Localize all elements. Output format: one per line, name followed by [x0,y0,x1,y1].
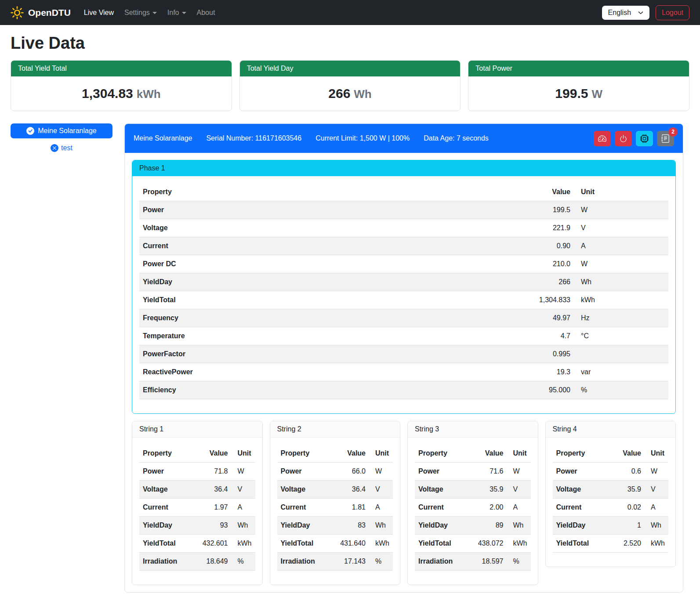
string-title: String 2 [270,421,400,438]
navbar: OpenDTU Live View Settings Info About En… [0,0,700,25]
event-count-badge: 2 [668,127,678,137]
property-cell: Irradiation [139,553,191,571]
nav-item-info[interactable]: Info [162,5,192,20]
table-row: YieldTotal2.520kWh [553,535,669,553]
brand[interactable]: OpenDTU [11,6,71,19]
value-cell: 0.02 [609,499,645,517]
column-header: Value [609,445,645,463]
language-select[interactable]: English [602,6,649,20]
column-header: Unit [507,445,531,463]
value-cell: 4.7 [399,327,574,345]
strings-row: String 1 PropertyValueUnit Power71.8WVol… [132,421,676,585]
stat-card-total-power: Total Power 199.5W [468,60,689,111]
string-body: PropertyValueUnit Power66.0WVoltage36.4V… [270,438,400,585]
property-cell: Current [277,499,329,517]
property-cell: Current [139,237,399,255]
table-row: Voltage35.9V [553,481,669,499]
unit-cell: var [574,363,668,381]
stat-value: 1,304.83 [82,86,133,101]
inverter-data-age: Data Age: 7 seconds [424,134,489,142]
limit-settings-button[interactable] [594,131,611,146]
value-cell: 438.072 [466,535,507,553]
unit-cell: kWh [574,291,668,309]
unit-cell: V [574,219,668,237]
value-cell: 36.4 [329,481,369,499]
unit-cell: A [574,237,668,255]
sun-icon [11,6,24,19]
table-row: YieldDay266Wh [139,273,668,291]
table-row: PowerFactor0.995 [139,345,668,363]
property-cell: Current [139,499,191,517]
unit-cell: Wh [645,517,668,535]
chevron-down-icon [152,12,157,14]
stat-card-body: 199.5W [468,76,689,111]
table-row: YieldDay93Wh [139,517,255,535]
phase-title: Phase 1 [132,160,675,176]
property-cell: YieldTotal [553,535,609,553]
value-cell: 266 [399,273,574,291]
speedometer-icon [598,134,606,143]
inverter-serial: Serial Number: 116171603546 [206,134,301,142]
unit-cell: % [507,553,531,571]
value-cell: 221.9 [399,219,574,237]
value-cell: 1.97 [191,499,231,517]
value-cell: 95.000 [399,381,574,399]
check-circle-icon [26,127,34,135]
table-row: YieldTotal431.640kWh [277,535,393,553]
device-info-button[interactable] [636,131,653,146]
stat-unit: Wh [354,87,371,101]
value-cell: 35.9 [466,481,507,499]
property-cell: Power [277,463,329,481]
property-cell: Voltage [139,219,399,237]
inverter-button-selected[interactable]: Meine Solaranlage [11,123,112,138]
table-row: Voltage36.4V [277,481,393,499]
table-header-row: PropertyValueUnit [277,445,393,463]
nav-item-label: About [197,9,215,17]
nav-item-label: Settings [124,9,150,17]
inverter-name: Meine Solaranlage [134,134,192,142]
column-header: Value [191,445,231,463]
property-cell: Current [415,499,466,517]
nav-item-settings[interactable]: Settings [119,5,162,20]
inverter-limit: Current Limit: 1,500 W | 100% [316,134,410,142]
property-cell: Power DC [139,255,399,273]
unit-cell: V [645,481,668,499]
column-header: Unit [574,183,668,201]
value-cell: 35.9 [609,481,645,499]
table-row: Voltage221.9V [139,219,668,237]
value-cell: 1,304.833 [399,291,574,309]
nav-item-about[interactable]: About [192,5,221,20]
table-row: Power71.8W [139,463,255,481]
power-icon [619,134,627,143]
column-header: Unit [645,445,668,463]
property-cell: ReactivePower [139,363,399,381]
language-value: English [608,9,631,17]
logout-button[interactable]: Logout [656,5,689,20]
inverter-test-label: test [61,144,73,152]
table-row: Temperature4.7°C [139,327,668,345]
unit-cell: A [232,499,255,517]
property-cell: YieldTotal [277,535,329,553]
unit-cell: kWh [507,535,531,553]
unit-cell: W [574,255,668,273]
power-button[interactable] [615,131,632,146]
phase-table: PropertyValueUnit Power199.5WVoltage221.… [139,183,668,399]
property-cell: Voltage [139,481,191,499]
table-row: Current1.97A [139,499,255,517]
unit-cell: V [507,481,531,499]
inverter-card: Meine Solaranlage Serial Number: 1161716… [124,123,683,593]
event-log-button[interactable]: 2 [657,131,674,146]
property-cell: Frequency [139,309,399,327]
string-table: PropertyValueUnit Power71.6WVoltage35.9V… [415,445,531,571]
nav-item-live-view[interactable]: Live View [79,5,119,20]
string-card-3: String 3 PropertyValueUnit Power71.6WVol… [407,421,538,585]
table-row: Irradiation18.649% [139,553,255,571]
value-cell: 0.995 [399,345,574,363]
property-cell: Power [139,201,399,219]
property-cell: Temperature [139,327,399,345]
unit-cell: A [369,499,393,517]
table-row: Current0.02A [553,499,669,517]
property-cell: Power [139,463,191,481]
inverter-button-test[interactable]: test [11,144,112,152]
unit-cell: W [369,463,393,481]
